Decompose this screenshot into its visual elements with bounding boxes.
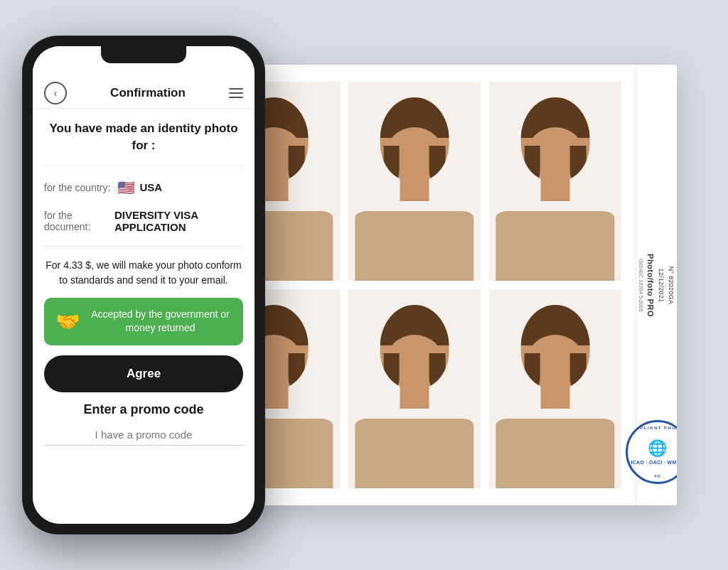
phone-content: You have made an identity photo for : fo… [33, 109, 255, 524]
handshake-icon: 🤝 [55, 310, 80, 333]
sheet-brand: Photo/foto PRO [646, 254, 655, 317]
back-icon: ‹ [54, 87, 58, 99]
phone-notch [101, 46, 186, 63]
scene: N° 82020GA 12/12/2021 Photo/foto PRO ISO… [23, 26, 705, 544]
usa-flag-icon: 🇺🇸 [117, 179, 135, 196]
agree-button[interactable]: Agree [44, 355, 243, 392]
promo-heading: Enter a promo code [44, 402, 243, 417]
stamp-arc-top: COMPLIANT PHOTOS [627, 426, 677, 430]
photo-cell [348, 82, 481, 281]
sheet-sidebar: N° 82020GA 12/12/2021 Photo/foto PRO ISO… [636, 65, 677, 505]
photo-cell [348, 289, 481, 488]
photo-cell [489, 289, 621, 488]
country-label: for the country: [44, 182, 110, 193]
stamp-inner: 🌐 ICAO · OACI · WMAO [631, 439, 677, 466]
back-button[interactable]: ‹ [44, 82, 67, 104]
confirmation-heading: You have made an identity photo for : [44, 120, 243, 154]
document-value: DIVERSITY VISA APPLICATION [114, 209, 243, 233]
country-value: 🇺🇸 USA [117, 179, 162, 196]
document-label: for the document: [44, 210, 107, 232]
menu-line-2 [229, 92, 243, 94]
sheet-number: N° 82020GA [668, 266, 675, 304]
document-row: for the document: DIVERSITY VISA APPLICA… [44, 208, 243, 235]
menu-button[interactable] [229, 88, 243, 98]
sheet-iso: ISO/IEC 10704 5-2005 [638, 259, 643, 312]
photo-sheet: N° 82020GA 12/12/2021 Photo/foto PRO ISO… [193, 65, 677, 505]
compliant-stamp: COMPLIANT PHOTOS 🌐 ICAO · OACI · WMAO FO [626, 420, 677, 484]
photo-cell [489, 82, 621, 281]
divider-2 [44, 246, 243, 247]
phone: ‹ Confirmation You have made an identity… [23, 36, 264, 534]
promo-input[interactable] [44, 424, 243, 446]
menu-line-1 [229, 88, 243, 90]
divider-1 [44, 166, 243, 166]
nav-title: Confirmation [110, 86, 186, 100]
menu-line-3 [229, 97, 243, 98]
pricing-text: For 4.33 $, we will make your photo conf… [44, 258, 243, 288]
guarantee-text: Accepted by the government or money retu… [89, 308, 232, 335]
country-row: for the country: 🇺🇸 USA [44, 178, 243, 198]
stamp-arc-bottom: FO [654, 474, 660, 478]
promo-section: Enter a promo code [44, 402, 243, 446]
guarantee-banner: 🤝 Accepted by the government or money re… [44, 298, 243, 345]
phone-screen: ‹ Confirmation You have made an identity… [33, 46, 255, 524]
sheet-date: 12/12/2021 [658, 268, 665, 302]
nav-bar: ‹ Confirmation [33, 77, 255, 109]
